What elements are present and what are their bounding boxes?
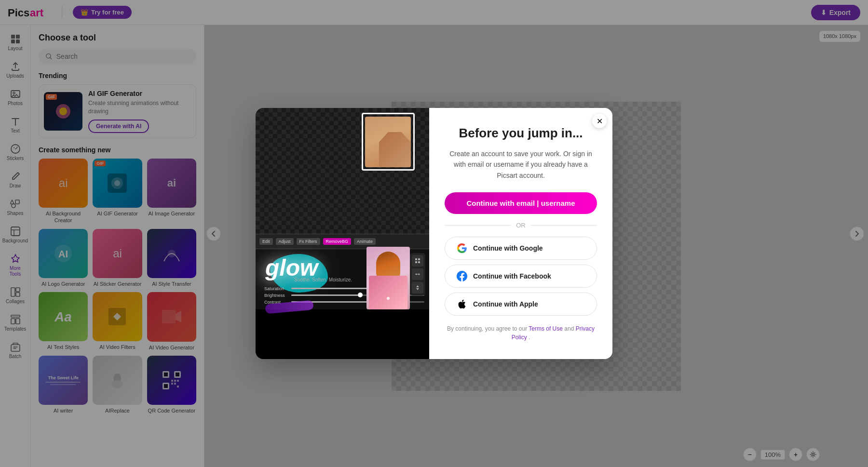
modal-terms: By continuing, you agree to our Terms of… bbox=[445, 324, 597, 342]
modal-close-button[interactable]: ✕ bbox=[592, 114, 607, 128]
modal-description: Create an account to save your work. Or … bbox=[445, 148, 597, 181]
apple-login-button[interactable]: Continue with Apple bbox=[445, 293, 597, 316]
email-login-button[interactable]: Continue with email | username bbox=[445, 192, 597, 214]
modal: Edit Adjust Fx Filters RemoveBG Animate … bbox=[256, 108, 612, 359]
facebook-icon bbox=[457, 271, 467, 281]
svg-marker-57 bbox=[416, 285, 419, 287]
or-label: OR bbox=[516, 222, 526, 229]
svg-marker-58 bbox=[416, 288, 419, 290]
svg-rect-53 bbox=[415, 261, 417, 263]
facebook-button-label: Continue with Facebook bbox=[473, 272, 551, 280]
preview-scene: Edit Adjust Fx Filters RemoveBG Animate … bbox=[256, 108, 429, 359]
close-icon: ✕ bbox=[597, 117, 603, 126]
apple-button-label: Continue with Apple bbox=[473, 300, 538, 308]
google-icon bbox=[457, 243, 467, 254]
svg-rect-51 bbox=[415, 258, 417, 260]
apple-icon bbox=[457, 299, 467, 309]
facebook-login-button[interactable]: Continue with Facebook bbox=[445, 265, 597, 288]
svg-rect-52 bbox=[418, 258, 420, 260]
svg-rect-54 bbox=[418, 261, 420, 263]
google-button-label: Continue with Google bbox=[473, 244, 543, 252]
modal-preview: Edit Adjust Fx Filters RemoveBG Animate … bbox=[256, 108, 429, 359]
modal-title: Before you jump in... bbox=[445, 125, 597, 142]
terms-link[interactable]: Terms of Use bbox=[529, 325, 563, 332]
google-login-button[interactable]: Continue with Google bbox=[445, 237, 597, 260]
modal-right: ✕ Before you jump in... Create an accoun… bbox=[429, 108, 612, 359]
modal-or-divider: OR bbox=[445, 222, 597, 229]
modal-overlay: Edit Adjust Fx Filters RemoveBG Animate … bbox=[0, 0, 868, 467]
